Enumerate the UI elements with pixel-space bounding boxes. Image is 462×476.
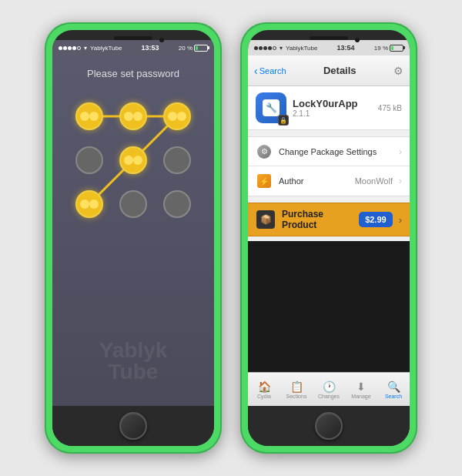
back-button[interactable]: ‹ Search: [254, 65, 286, 76]
tab-manage[interactable]: ⬇ Manage: [345, 380, 377, 399]
right-phone-inner: ▾ YablykTube 13:54 19 % ‹ Search: [248, 30, 410, 446]
wifi-icon: ▾: [84, 45, 87, 52]
tab-manage-label: Manage: [351, 394, 370, 399]
pattern-dot-4: [119, 146, 147, 174]
tab-search[interactable]: 🔍 Search: [377, 380, 410, 399]
changes-tab-icon: 🕐: [323, 380, 336, 393]
clock-right: 13:54: [337, 44, 355, 52]
settings-gear-icon[interactable]: ⚙: [393, 65, 403, 77]
signal-dot-2: [63, 46, 67, 50]
status-right-right: 19 %: [374, 45, 403, 52]
tab-sections[interactable]: 📋 Sections: [280, 380, 313, 399]
sections-tab-icon: 📋: [290, 380, 303, 393]
camera: [159, 38, 164, 42]
status-bar-right: ▾ YablykTube 13:54 19 %: [248, 40, 410, 55]
camera-right: [355, 38, 360, 42]
lock-title: Please set password: [87, 68, 179, 79]
battery-right: [390, 45, 403, 52]
pattern-dot-3: [75, 146, 103, 174]
settings-row-icon: ⚙: [256, 143, 273, 160]
pattern-dot-5: [163, 146, 191, 174]
dot-inner-4: [124, 156, 133, 165]
home-button-right[interactable]: [315, 412, 343, 440]
change-package-settings-row[interactable]: ⚙ Change Package Settings ›: [248, 137, 410, 166]
author-row-icon: ⚡: [256, 173, 273, 189]
tab-sections-label: Sections: [286, 394, 307, 399]
battery-percent-right: 19 %: [374, 45, 388, 52]
status-left: ▾ YablykTube: [59, 45, 122, 52]
details-content: 🔧 🔒 LockY0urApp 2.1.1 475 kB: [248, 86, 410, 406]
clock-left: 13:53: [142, 44, 159, 52]
app-info: LockY0urApp 2.1.1: [293, 98, 372, 118]
purchase-label: Purchase Product: [282, 209, 353, 230]
cydia-screen: ‹ Search Details ⚙ 🔧 🔒 LockY0urA: [248, 55, 410, 406]
signal-dot-5: [77, 46, 81, 50]
purchase-icon-box: 📦: [256, 210, 275, 229]
app-name: LockY0urApp: [293, 98, 372, 109]
pattern-dot-2: [163, 102, 191, 130]
author-row[interactable]: ⚡ Author MoonWolf ›: [248, 166, 410, 196]
gear-circle-icon: ⚙: [257, 145, 271, 159]
change-package-label: Change Package Settings: [279, 147, 393, 156]
back-label[interactable]: Search: [259, 66, 286, 75]
tab-changes[interactable]: 🕐 Changes: [313, 380, 345, 399]
pattern-dot-8: [163, 190, 191, 218]
purchase-section: 📦 Purchase Product $2.99 ›: [248, 203, 410, 236]
app-version: 2.1.1: [293, 109, 372, 118]
signal-dot-4: [72, 46, 76, 50]
cydia-tab-icon: 🏠: [258, 380, 271, 393]
right-phone: ▾ YablykTube 13:54 19 % ‹ Search: [240, 22, 417, 454]
left-phone: ▾ YablykTube 13:53 20 % Please set passw…: [45, 22, 222, 454]
signal-dots: [59, 46, 81, 50]
lightning-icon: ⚡: [257, 174, 271, 188]
screenshot-area: [248, 241, 410, 372]
list-section: ⚙ Change Package Settings › ⚡ Author Moo…: [248, 136, 410, 196]
r-dot-2: [259, 46, 263, 50]
lock-screen-bg: Please set password: [52, 55, 214, 406]
change-package-chevron: ›: [399, 146, 402, 157]
manage-tab-icon: ⬇: [357, 380, 366, 393]
wifi-icon-right: ▾: [280, 45, 283, 52]
r-dot-3: [263, 46, 267, 50]
purchase-price: $2.99: [359, 212, 393, 227]
home-button-left[interactable]: [119, 412, 147, 440]
dot-inner-6: [80, 199, 89, 209]
dot-inner-0: [80, 112, 89, 121]
r-dot-1: [254, 46, 258, 50]
battery-left: [194, 45, 208, 52]
pattern-dot-0: [75, 102, 103, 130]
purchase-chevron: ›: [399, 214, 402, 226]
watermark-left: Yablyk Tube: [99, 340, 168, 383]
status-right-left: 20 %: [179, 45, 208, 52]
status-left-right: ▾ YablykTube: [254, 45, 317, 52]
battery-fill-left: [196, 46, 198, 50]
tab-bar: 🏠 Cydia 📋 Sections 🕐 Changes ⬇: [248, 372, 410, 406]
pattern-dot-1: [119, 102, 147, 130]
lock-screen: Please set password: [52, 55, 214, 406]
dot-inner-1: [124, 112, 133, 121]
signal-dot-3: [68, 46, 72, 50]
tab-cydia[interactable]: 🏠 Cydia: [248, 380, 280, 399]
author-value: MoonWolf: [355, 176, 393, 186]
back-chevron: ‹: [254, 65, 258, 76]
signal-dots-right: [254, 46, 276, 50]
carrier-name-right: YablykTube: [286, 45, 317, 52]
pattern-container: [68, 95, 199, 226]
home-button-area-right: [248, 406, 410, 446]
app-icon-inner: 🔧: [263, 99, 280, 116]
status-bar-left: ▾ YablykTube 13:53 20 %: [52, 40, 214, 55]
lock-overlay-icon: 🔒: [278, 115, 289, 126]
purchase-row[interactable]: 📦 Purchase Product $2.99 ›: [248, 203, 410, 236]
carrier-name-left: YablykTube: [90, 45, 122, 52]
left-phone-inner: ▾ YablykTube 13:53 20 % Please set passw…: [52, 30, 214, 446]
dot-inner-2: [168, 112, 177, 121]
battery-percent-left: 20 %: [179, 45, 192, 52]
signal-dot-1: [59, 46, 62, 50]
home-button-area-left: [52, 406, 214, 446]
pattern-dot-6: [75, 190, 103, 218]
r-dot-4: [268, 46, 272, 50]
app-icon: 🔧 🔒: [256, 92, 286, 123]
app-header: 🔧 🔒 LockY0urApp 2.1.1 475 kB: [248, 86, 410, 130]
nav-bar: ‹ Search Details ⚙: [248, 55, 410, 86]
search-tab-icon: 🔍: [387, 380, 400, 393]
